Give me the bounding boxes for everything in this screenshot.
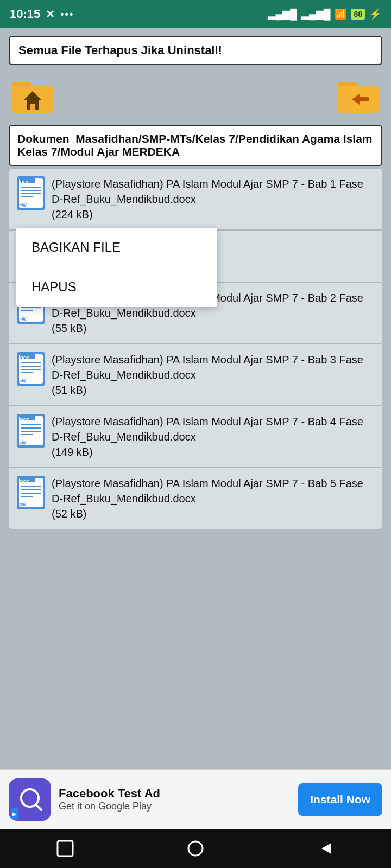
time: 10:15	[10, 7, 40, 21]
ad-text: Facebook Test Ad Get it on Google Play	[59, 787, 291, 812]
breadcrumb: Dokumen_Masafidhan/SMP-MTs/Kelas 7/Pendi…	[9, 125, 382, 166]
svg-text:≡W: ≡W	[19, 440, 27, 445]
file-size: (149 kB)	[52, 444, 374, 459]
file-size: (51 kB)	[52, 382, 374, 398]
dots-icon: •••	[60, 9, 74, 20]
file-size: (55 kB)	[52, 321, 374, 336]
doc-icon: DOC ≡W	[17, 414, 45, 450]
charging-icon: ⚡	[369, 8, 381, 20]
file-item[interactable]: DOC ≡W (Playstore Masafidhan) PA Islam M…	[9, 406, 382, 468]
svg-text:≡W: ≡W	[19, 502, 27, 507]
svg-text:≡W: ≡W	[19, 378, 27, 384]
file-size: (224 kB)	[52, 207, 374, 222]
nav-square-button[interactable]	[52, 835, 78, 861]
doc-icon: DOC ≡W	[17, 476, 45, 512]
svg-text:DOC: DOC	[20, 479, 30, 484]
ad-app-icon: ▶	[9, 778, 51, 821]
svg-text:DOC: DOC	[20, 180, 30, 184]
file-name: (Playstore Masafidhan) PA Islam Modul Aj…	[52, 352, 374, 382]
file-name: (Playstore Masafidhan) PA Islam Modul Aj…	[52, 476, 374, 506]
signal-icon2: ▂▄▆█	[301, 8, 331, 20]
file-list: DOC ≡W (Playstore Masafidhan) PA Islam M…	[9, 168, 382, 529]
file-name: (Playstore Masafidhan) PA Islam Modul Aj…	[52, 176, 374, 207]
context-menu-delete[interactable]: HAPUS	[16, 267, 217, 307]
status-bar: 10:15 ✕ ••• ▂▄▆█ ▂▄▆█ 📶 88 ⚡	[0, 0, 391, 28]
context-menu[interactable]: BAGIKAN FILE HAPUS	[16, 228, 217, 307]
status-right: ▂▄▆█ ▂▄▆█ 📶 88 ⚡	[268, 8, 381, 20]
svg-rect-5	[30, 104, 35, 110]
file-details: (Playstore Masafidhan) PA Islam Modul Aj…	[52, 476, 374, 521]
svg-text:≡W: ≡W	[19, 202, 27, 208]
home-folder-icon[interactable]	[11, 75, 54, 115]
file-size: (52 kB)	[52, 506, 374, 521]
file-name: (Playstore Masafidhan) PA Islam Modul Aj…	[52, 414, 374, 444]
app-content: Semua File Terhapus Jika Uninstall!	[0, 28, 391, 868]
twitter-icon: ✕	[46, 8, 55, 21]
ad-banner: ▶ Facebook Test Ad Get it on Google Play…	[0, 769, 391, 829]
back-folder-icon[interactable]	[337, 75, 380, 115]
svg-point-59	[188, 841, 203, 856]
status-left: 10:15 ✕ •••	[10, 7, 74, 21]
signal-icon: ▂▄▆█	[268, 8, 297, 20]
bottom-nav	[0, 829, 391, 868]
file-details: (Playstore Masafidhan) PA Islam Modul Aj…	[52, 352, 374, 398]
breadcrumb-text: Dokumen_Masafidhan/SMP-MTs/Kelas 7/Pendi…	[17, 132, 373, 158]
warning-text: Semua File Terhapus Jika Uninstall!	[18, 43, 222, 57]
svg-text:DOC: DOC	[20, 417, 30, 422]
wifi-icon: 📶	[335, 8, 346, 20]
doc-icon: DOC ≡W	[17, 352, 45, 388]
svg-rect-58	[58, 841, 73, 856]
context-menu-share[interactable]: BAGIKAN FILE	[16, 228, 217, 267]
svg-marker-60	[321, 843, 331, 854]
ad-title: Facebook Test Ad	[59, 787, 291, 801]
file-item[interactable]: DOC ≡W (Playstore Masafidhan) PA Islam M…	[9, 468, 382, 529]
battery-indicator: 88	[351, 9, 365, 20]
file-details: (Playstore Masafidhan) PA Islam Modul Aj…	[52, 176, 374, 222]
nav-home-button[interactable]	[182, 835, 209, 861]
svg-text:DOC: DOC	[20, 355, 30, 360]
nav-back-button[interactable]	[313, 835, 339, 861]
svg-line-57	[36, 805, 41, 810]
svg-rect-10	[360, 97, 369, 101]
icon-row	[9, 75, 382, 115]
install-button[interactable]: Install Now	[298, 783, 382, 816]
ad-subtitle: Get it on Google Play	[59, 801, 291, 812]
file-details: (Playstore Masafidhan) PA Islam Modul Aj…	[52, 414, 374, 459]
file-item[interactable]: DOC ≡W (Playstore Masafidhan) PA Islam M…	[9, 168, 382, 230]
file-item[interactable]: DOC ≡W (Playstore Masafidhan) PA Islam M…	[9, 344, 382, 406]
warning-banner: Semua File Terhapus Jika Uninstall!	[9, 36, 382, 65]
doc-icon: DOC ≡W	[17, 176, 45, 212]
svg-text:≡W: ≡W	[19, 316, 27, 322]
